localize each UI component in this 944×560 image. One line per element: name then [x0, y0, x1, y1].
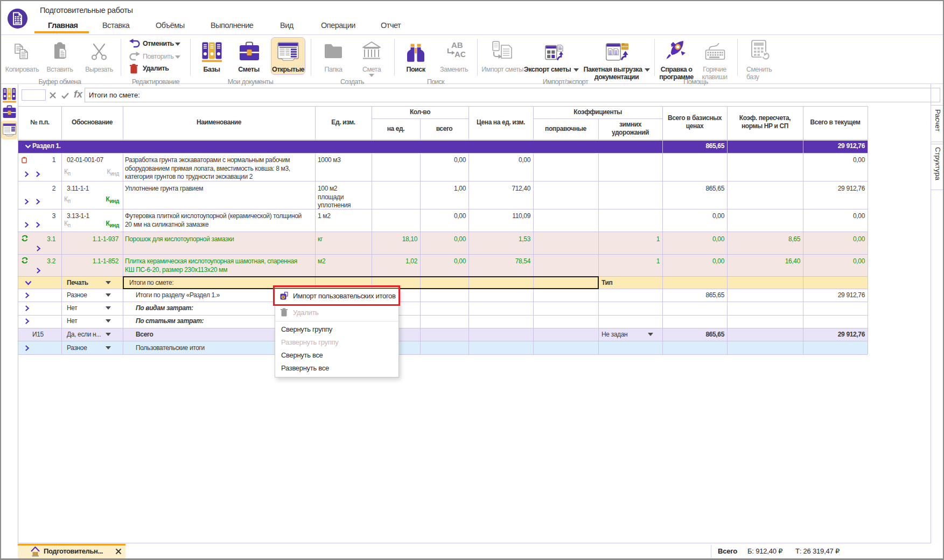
svg-text:AC: AC [454, 50, 465, 59]
svg-text:AB: AB [451, 40, 463, 50]
